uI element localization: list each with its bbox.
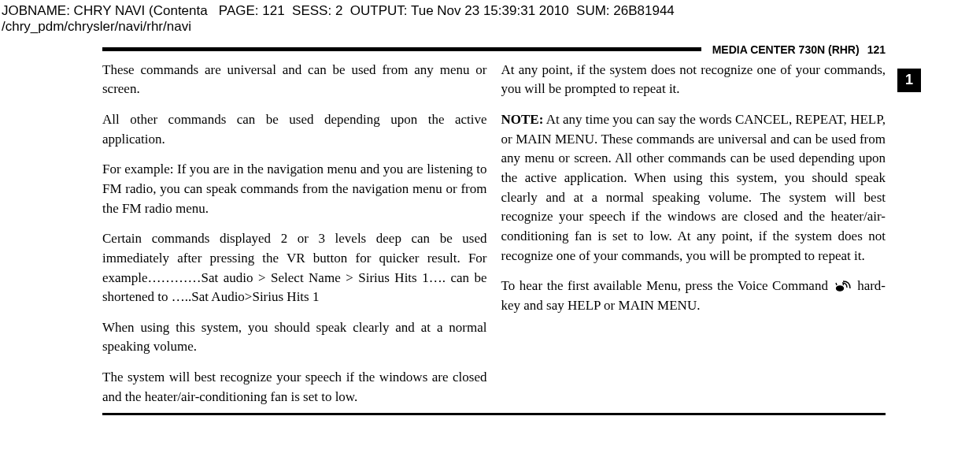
debug-line-1: JOBNAME: CHRY NAVI (Contenta PAGE: 121 S… (2, 3, 978, 19)
note-text: At any time you can say the words CANCEL… (501, 112, 886, 262)
paragraph-text: To hear the first available Menu, press … (501, 278, 833, 293)
note-label: NOTE: (501, 112, 544, 127)
paragraph: When using this system, you should speak… (102, 318, 487, 357)
page-content: MEDIA CENTER 730N (RHR) 121 These comman… (0, 43, 980, 416)
paragraph: All other commands can be used depending… (102, 110, 487, 149)
paragraph: These commands are universal and can be … (102, 61, 487, 99)
section-tab: 1 (897, 69, 921, 92)
voice-command-icon (833, 280, 853, 294)
body-columns: These commands are universal and can be … (102, 61, 886, 407)
debug-header: JOBNAME: CHRY NAVI (Contenta PAGE: 121 S… (0, 0, 980, 37)
footer-rule (102, 413, 886, 415)
header-title: MEDIA CENTER 730N (RHR) (701, 43, 860, 56)
paragraph: At any point, if the system does not rec… (501, 61, 886, 99)
paragraph: The system will best recognize your spee… (102, 368, 487, 407)
header-page-number: 121 (860, 43, 886, 56)
note-paragraph: NOTE: At any time you can say the words … (501, 110, 886, 266)
svg-point-0 (836, 286, 843, 291)
right-column: At any point, if the system does not rec… (501, 61, 886, 407)
paragraph: For example: If you are in the navigatio… (102, 160, 487, 218)
debug-line-2: /chry_pdm/chrysler/navi/rhr/navi (2, 19, 978, 35)
paragraph: To hear the first available Menu, press … (501, 277, 886, 315)
running-header: MEDIA CENTER 730N (RHR) 121 (102, 43, 886, 56)
left-column: These commands are universal and can be … (102, 61, 487, 407)
header-rule (102, 47, 701, 51)
paragraph: Certain commands displayed 2 or 3 levels… (102, 229, 487, 307)
